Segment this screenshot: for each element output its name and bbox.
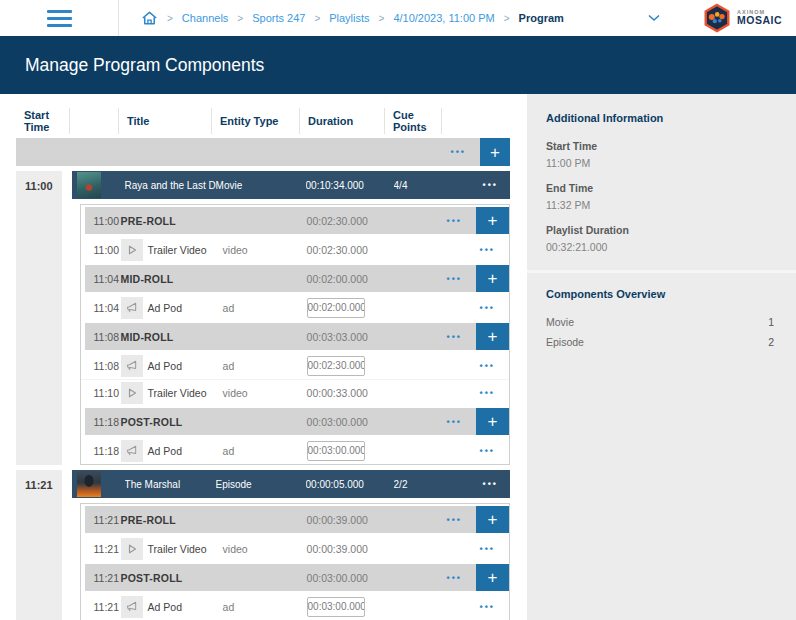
- program-start-time: 11:21: [16, 470, 62, 620]
- overview-count: 1: [768, 316, 774, 328]
- column-header-start-time: Start Time: [16, 108, 69, 134]
- play-icon: [121, 382, 143, 404]
- breadcrumb-channel-name[interactable]: Sports 247: [252, 12, 305, 24]
- more-menu-button[interactable]: •••: [447, 544, 509, 554]
- break-duration: 00:02:00.000: [307, 273, 447, 285]
- component-row: 11:04 Ad Pod ad •••: [81, 294, 509, 321]
- add-program-button[interactable]: +: [480, 138, 510, 166]
- component-title: Ad Pod: [148, 601, 223, 613]
- breadcrumb-current-page: Program: [519, 12, 564, 24]
- top-bar: > Channels > Sports 247 > Playlists > 4/…: [0, 0, 796, 36]
- break-row: 11:04 MID-ROLL 00:02:00.000 ••• +: [85, 265, 509, 292]
- program-row[interactable]: The Marshal Episode 00:00:05.000 2/2 •••: [72, 470, 510, 498]
- ad-icon: [121, 355, 143, 377]
- logo-product-text: MOSAIC: [737, 15, 782, 27]
- end-time-value: 11:32 PM: [546, 199, 774, 211]
- program-row[interactable]: Raya and the Last Dr... Movie 00:10:34.0…: [72, 171, 510, 199]
- more-menu-button[interactable]: •••: [447, 573, 476, 583]
- add-component-button[interactable]: +: [476, 564, 509, 591]
- column-header-actions: [441, 108, 510, 134]
- add-component-button[interactable]: +: [476, 323, 509, 350]
- more-menu-button[interactable]: •••: [460, 479, 510, 489]
- column-header-thumbnail: [69, 108, 118, 134]
- overview-count: 2: [768, 336, 774, 348]
- more-menu-button[interactable]: •••: [447, 332, 476, 342]
- component-row: 11:00 Trailer Video video 00:02:30.000 •…: [81, 236, 509, 263]
- component-duration: 00:02:30.000: [307, 244, 447, 256]
- break-time: 11:08: [94, 331, 121, 343]
- play-icon: [121, 239, 143, 261]
- break-label: PRE-ROLL: [121, 514, 307, 526]
- component-time: 11:00: [94, 244, 121, 256]
- component-title: Trailer Video: [148, 387, 223, 399]
- add-component-button[interactable]: +: [476, 207, 509, 234]
- menu-button[interactable]: [0, 10, 118, 27]
- component-type: ad: [223, 601, 307, 613]
- component-title: Ad Pod: [148, 445, 223, 457]
- more-menu-button[interactable]: •••: [447, 303, 509, 313]
- break-row: 11:00 PRE-ROLL 00:02:30.000 ••• +: [85, 207, 509, 234]
- breadcrumb-channels[interactable]: Channels: [182, 12, 228, 24]
- component-time: 11:21: [94, 601, 121, 613]
- component-title: Ad Pod: [148, 302, 223, 314]
- add-component-button[interactable]: +: [476, 506, 509, 533]
- mosaic-logo: AXINOM MOSAIC: [702, 3, 782, 33]
- break-label: POST-ROLL: [121, 572, 307, 584]
- ad-icon: [121, 440, 143, 462]
- break-row: 11:08 MID-ROLL 00:03:03.000 ••• +: [85, 323, 509, 350]
- program-duration: 00:00:05.000: [306, 479, 394, 490]
- breadcrumb: > Channels > Sports 247 > Playlists > 4/…: [141, 10, 564, 26]
- component-row: 11:08 Ad Pod ad •••: [81, 352, 509, 379]
- mosaic-logo-icon: [702, 3, 732, 33]
- break-label: MID-ROLL: [121, 331, 307, 343]
- duration-input[interactable]: [307, 441, 365, 461]
- breadcrumb-playlists[interactable]: Playlists: [329, 12, 369, 24]
- program-poster: [77, 471, 101, 497]
- breadcrumb-separator-icon: >: [167, 13, 173, 24]
- component-type: ad: [223, 360, 307, 372]
- component-row: 11:21 Ad Pod ad •••: [81, 593, 509, 620]
- program-components-table: Start Time Title Entity Type Duration Cu…: [0, 94, 527, 620]
- more-menu-button[interactable]: •••: [447, 245, 509, 255]
- more-menu-button[interactable]: •••: [447, 388, 509, 398]
- program-title: The Marshal: [125, 479, 216, 490]
- duration-input[interactable]: [307, 356, 365, 376]
- more-menu-button[interactable]: •••: [447, 216, 476, 226]
- break-time: 11:18: [94, 416, 121, 428]
- component-time: 11:21: [94, 543, 121, 555]
- more-menu-button[interactable]: •••: [447, 417, 476, 427]
- more-menu-button[interactable]: •••: [451, 147, 466, 157]
- more-menu-button[interactable]: •••: [447, 602, 509, 612]
- duration-input[interactable]: [307, 597, 365, 617]
- column-header-cue-points: Cue Points: [384, 108, 441, 134]
- component-time: 11:18: [94, 445, 121, 457]
- break-time: 11:00: [94, 215, 121, 227]
- breadcrumb-playlist-date[interactable]: 4/10/2023, 11:00 PM: [393, 12, 494, 24]
- add-component-button[interactable]: +: [476, 265, 509, 292]
- home-icon[interactable]: [141, 10, 158, 26]
- chevron-down-icon[interactable]: [648, 14, 660, 22]
- more-menu-button[interactable]: •••: [460, 180, 510, 190]
- additional-information-heading: Additional Information: [546, 112, 774, 124]
- component-time: 11:10: [94, 387, 121, 399]
- program-cue-points: 2/2: [394, 479, 460, 490]
- break-duration: 00:02:30.000: [307, 215, 447, 227]
- break-time: 11:21: [94, 514, 121, 526]
- more-menu-button[interactable]: •••: [447, 361, 509, 371]
- breadcrumb-separator-icon: >: [314, 13, 320, 24]
- playlist-actions-row: ••• +: [16, 138, 510, 166]
- overview-label: Movie: [546, 316, 574, 328]
- component-type: video: [223, 387, 307, 399]
- program-components-list: 11:00 PRE-ROLL 00:02:30.000 ••• + 11:00 …: [80, 204, 510, 465]
- component-time: 11:04: [94, 302, 121, 314]
- duration-input[interactable]: [307, 298, 365, 318]
- overview-label: Episode: [546, 336, 584, 348]
- more-menu-button[interactable]: •••: [447, 515, 476, 525]
- component-time: 11:08: [94, 360, 121, 372]
- column-header-title: Title: [118, 108, 211, 134]
- program-entity-type: Episode: [216, 479, 306, 490]
- add-component-button[interactable]: +: [476, 408, 509, 435]
- break-label: PRE-ROLL: [121, 215, 307, 227]
- more-menu-button[interactable]: •••: [447, 446, 509, 456]
- more-menu-button[interactable]: •••: [447, 274, 476, 284]
